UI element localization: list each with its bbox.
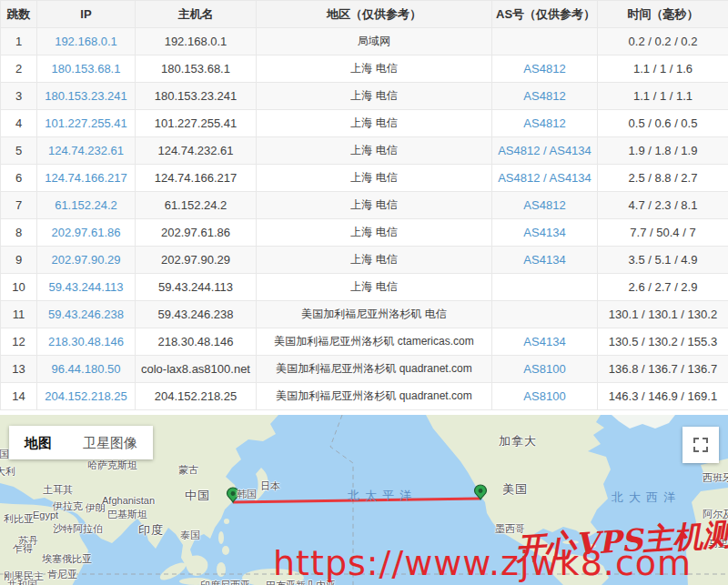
country-label: 蒙古 xyxy=(178,463,198,477)
table-row: 5124.74.232.61124.74.232.61上海 电信AS4812 /… xyxy=(1,137,728,165)
cell-region: 上海 电信 xyxy=(257,165,492,192)
country-label: 中国 xyxy=(185,488,210,504)
table-row: 8202.97.61.86202.97.61.86上海 电信AS41347.7 … xyxy=(1,219,728,247)
column-header-region: 地区（仅供参考） xyxy=(257,1,492,28)
cell-asn[interactable]: AS4134 xyxy=(492,219,598,247)
country-label: 哈萨克斯坦 xyxy=(87,459,137,472)
country-label: 印度尼西亚 xyxy=(200,579,250,585)
cell-region: 美国加利福尼亚州洛杉矶 quadranet.com xyxy=(257,383,492,410)
table-row: 1192.168.0.1192.168.0.1局域网0.2 / 0.2 / 0.… xyxy=(1,28,728,55)
cell-hop: 1 xyxy=(1,28,37,55)
country-label: 肯尼亚 xyxy=(47,568,77,581)
ocean-label: 北大西洋 xyxy=(612,489,681,506)
cell-hop: 4 xyxy=(1,110,37,137)
cell-hostname: colo-lax8.as8100.net xyxy=(136,356,257,383)
satellite-view-button[interactable]: 卫星图像 xyxy=(67,426,153,459)
table-row: 12218.30.48.146218.30.48.146美国加利福尼亚州洛杉矶 … xyxy=(1,328,728,356)
cell-hop: 9 xyxy=(1,247,37,274)
cell-ip[interactable]: 61.152.24.2 xyxy=(37,192,136,219)
cell-time: 2.5 / 8.8 / 2.7 xyxy=(598,165,728,192)
country-label: 共和国 xyxy=(7,579,37,585)
cell-asn[interactable]: AS4812 / AS4134 xyxy=(492,165,598,192)
cell-asn[interactable]: AS4812 xyxy=(492,110,598,137)
country-label: 土耳其 xyxy=(43,483,73,497)
cell-asn[interactable]: AS8100 xyxy=(492,356,598,383)
cell-asn[interactable]: AS4134 xyxy=(492,328,598,356)
fullscreen-icon xyxy=(693,437,709,453)
cell-ip[interactable]: 96.44.180.50 xyxy=(37,356,136,383)
cell-ip[interactable]: 180.153.23.241 xyxy=(37,83,136,110)
cell-time: 136.8 / 136.7 / 136.7 xyxy=(598,356,728,383)
cell-ip[interactable]: 59.43.244.113 xyxy=(37,274,136,301)
cell-region: 美国加利福尼亚州洛杉矶 电信 xyxy=(257,301,492,328)
cell-region: 上海 电信 xyxy=(257,219,492,247)
cell-time: 130.5 / 130.2 / 155.3 xyxy=(598,328,728,356)
cell-asn[interactable]: AS4134 xyxy=(492,247,598,274)
fullscreen-button[interactable] xyxy=(682,427,719,463)
cell-time: 0.5 / 0.6 / 0.5 xyxy=(598,110,728,137)
table-row: 1059.43.244.11359.43.244.113上海 电信2.6 / 2… xyxy=(1,274,728,301)
cell-region: 上海 电信 xyxy=(257,274,492,301)
country-label: 加拿大 xyxy=(499,433,537,449)
cell-ip[interactable]: 218.30.48.146 xyxy=(37,328,136,356)
country-label: 泰国 xyxy=(180,529,200,542)
cell-hop: 10 xyxy=(1,274,37,301)
ocean-label: 北太平洋 xyxy=(348,488,417,504)
world-map[interactable]: 英国意大利哈萨克斯坦蒙古土耳其中国韩国日本伊拉克伊朗Afghanistan巴基斯… xyxy=(0,415,728,585)
cell-hostname: 218.30.48.146 xyxy=(136,328,257,356)
cell-hostname: 180.153.68.1 xyxy=(136,55,257,83)
cell-region: 上海 电信 xyxy=(257,83,492,110)
cell-asn[interactable]: AS4812 / AS4134 xyxy=(492,137,598,165)
cell-ip[interactable]: 59.43.246.238 xyxy=(37,301,136,328)
cell-ip[interactable]: 124.74.166.217 xyxy=(37,165,136,192)
cell-time: 130.1 / 130.1 / 130.2 xyxy=(598,301,728,328)
table-row: 6124.74.166.217124.74.166.217上海 电信AS4812… xyxy=(1,165,728,192)
cell-region: 上海 电信 xyxy=(257,137,492,165)
cell-asn[interactable]: AS8100 xyxy=(492,383,598,410)
cell-hop: 12 xyxy=(1,328,37,356)
cell-asn[interactable]: AS4812 xyxy=(492,83,598,110)
traceroute-table: 跳数IP主机名地区（仅供参考）AS号（仅供参考）时间（毫秒） 1192.168.… xyxy=(0,0,728,410)
cell-asn[interactable]: AS4812 xyxy=(492,55,598,83)
country-label: 日本 xyxy=(260,479,280,493)
cell-ip[interactable]: 124.74.232.61 xyxy=(37,137,136,165)
cell-time: 1.1 / 1 / 1.6 xyxy=(598,55,728,83)
country-label: 意大利 xyxy=(0,465,15,479)
country-label: 乍得 xyxy=(13,542,33,556)
country-label: Egypt xyxy=(33,509,58,520)
cell-hostname: 204.152.218.25 xyxy=(136,383,257,410)
table-row: 1159.43.246.23859.43.246.238美国加利福尼亚州洛杉矶 … xyxy=(1,301,728,328)
cell-ip[interactable]: 202.97.90.29 xyxy=(37,247,136,274)
table-row: 14204.152.218.25204.152.218.25美国加利福尼亚州洛杉… xyxy=(1,383,728,410)
cell-hostname: 101.227.255.41 xyxy=(136,110,257,137)
cell-hop: 14 xyxy=(1,383,37,410)
cell-ip[interactable]: 202.97.61.86 xyxy=(37,219,136,247)
cell-time: 0.2 / 0.2 / 0.2 xyxy=(598,28,728,55)
cell-region: 上海 电信 xyxy=(257,55,492,83)
cell-asn[interactable]: AS4812 xyxy=(492,192,598,219)
cell-time: 7.7 / 50.4 / 7 xyxy=(598,219,728,247)
cell-hostname: 124.74.166.217 xyxy=(136,165,257,192)
table-row: 4101.227.255.41101.227.255.41上海 电信AS4812… xyxy=(1,110,728,137)
cell-region: 上海 电信 xyxy=(257,192,492,219)
country-label: Afghanistan xyxy=(102,495,155,506)
table-row: 3180.153.23.241180.153.23.241上海 电信AS4812… xyxy=(1,83,728,110)
cell-time: 1.1 / 1 / 1.1 xyxy=(598,83,728,110)
cell-hostname: 202.97.61.86 xyxy=(136,219,257,247)
cell-region: 美国加利福尼亚州洛杉矶 quadranet.com xyxy=(257,356,492,383)
cell-time: 3.5 / 5.1 / 4.9 xyxy=(598,247,728,274)
cell-ip[interactable]: 192.168.0.1 xyxy=(37,28,136,55)
cell-asn xyxy=(492,274,598,301)
cell-region: 上海 电信 xyxy=(257,247,492,274)
cell-hostname: 59.43.246.238 xyxy=(136,301,257,328)
cell-hop: 5 xyxy=(1,137,37,165)
table-row: 1396.44.180.50colo-lax8.as8100.net美国加利福尼… xyxy=(1,356,728,383)
country-label: 埃塞俄比亚 xyxy=(42,552,92,566)
cell-ip[interactable]: 101.227.255.41 xyxy=(37,110,136,137)
map-view-button[interactable]: 地图 xyxy=(9,426,67,459)
cell-ip[interactable]: 204.152.218.25 xyxy=(37,383,136,410)
cell-region: 美国加利福尼亚州洛杉矶 ctamericas.com xyxy=(257,328,492,356)
cell-ip[interactable]: 180.153.68.1 xyxy=(37,55,136,83)
table-row: 2180.153.68.1180.153.68.1上海 电信AS48121.1 … xyxy=(1,55,728,83)
cell-hop: 6 xyxy=(1,165,37,192)
